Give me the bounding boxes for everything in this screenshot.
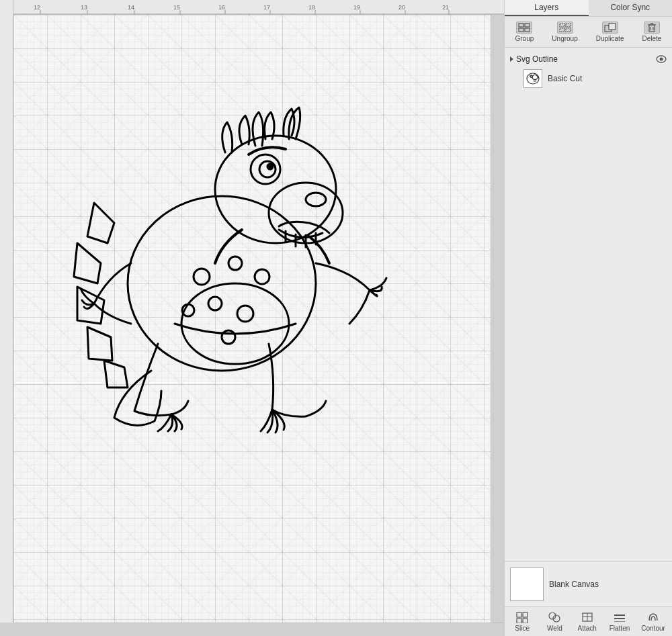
blank-canvas-label: Blank Canvas [549,580,599,589]
delete-label: Delete [642,35,662,42]
group-icon [516,21,532,34]
svg-rect-51 [560,28,564,32]
duplicate-label: Duplicate [596,35,624,42]
svg-rect-55 [649,25,655,32]
svg-marker-25 [87,327,112,361]
group-button[interactable]: Group [511,19,538,44]
expand-triangle-icon [510,56,513,62]
vertical-scrollbar[interactable] [491,15,504,623]
layers-toolbar: Group Ungroup [505,17,672,48]
weld-label: Weld [547,625,562,632]
svg-point-38 [228,257,242,270]
svg-rect-45 [519,24,523,27]
delete-button[interactable]: Delete [638,19,666,44]
svg-point-61 [660,58,663,61]
duplicate-icon [602,21,618,34]
svg-rect-50 [566,24,571,27]
svg-point-37 [194,269,210,285]
ungroup-button[interactable]: Ungroup [548,19,581,44]
ungroup-icon [557,21,573,34]
ungroup-label: Ungroup [552,35,577,42]
svg-text:13: 13 [81,4,87,11]
svg-text:17: 17 [263,4,270,11]
slice-button[interactable]: Slice [509,610,536,633]
svg-rect-47 [519,28,523,32]
svg-text:12: 12 [34,4,40,11]
svg-point-39 [255,269,269,284]
svg-point-29 [306,193,326,206]
svg-point-41 [237,306,253,322]
svg-text:21: 21 [442,4,449,11]
visibility-eye-icon[interactable] [656,55,667,63]
weld-button[interactable]: Weld [541,610,568,633]
svg-marker-22 [87,203,114,243]
svg-point-44 [181,283,289,364]
svg-marker-26 [104,361,128,388]
svg-rect-46 [525,24,530,27]
group-label: Group [515,35,534,42]
tab-layers[interactable]: Layers [505,0,589,16]
bowser-image [27,35,417,451]
svg-point-31 [259,161,276,177]
layer-thumb [523,69,542,88]
svg-point-63 [532,75,538,80]
attach-icon [580,611,595,623]
slice-icon [515,611,530,623]
bottom-toolbar: Slice Weld [505,606,672,636]
horizontal-scrollbar[interactable] [13,623,504,636]
layer-item-label: Basic Cut [548,74,582,83]
main-layout: 12 13 14 15 16 17 18 19 20 21 [0,0,672,636]
duplicate-button[interactable]: Duplicate [592,19,628,44]
contour-icon [646,611,661,623]
layer-group-header[interactable]: Svg Outline [505,52,672,66]
attach-label: Attach [578,625,597,632]
svg-point-40 [208,297,222,310]
svg-point-32 [267,164,273,169]
layer-group-svg-outline: Svg Outline [505,50,672,92]
weld-icon [547,611,562,623]
ruler-left [0,0,13,623]
svg-text:14: 14 [128,4,134,11]
svg-rect-52 [566,28,571,32]
svg-rect-68 [523,619,528,623]
svg-rect-65 [517,612,521,617]
svg-marker-23 [74,243,101,283]
blank-canvas-section: Blank Canvas [505,561,672,606]
attach-button[interactable]: Attach [574,610,601,633]
svg-point-27 [215,136,336,243]
tabs-row: Layers Color Sync [505,0,672,17]
svg-text:15: 15 [173,4,180,11]
layers-content: Svg Outline [505,48,672,561]
flatten-button[interactable]: Flatten [606,610,633,633]
svg-rect-49 [560,24,564,27]
svg-text:18: 18 [308,4,315,11]
svg-text:16: 16 [218,4,225,11]
svg-rect-54 [609,24,616,30]
svg-point-64 [531,76,533,78]
svg-rect-75 [614,618,625,619]
svg-rect-74 [614,615,625,616]
canvas-grid[interactable] [13,15,504,623]
contour-button[interactable]: Contour [638,610,668,633]
canvas-area: 12 13 14 15 16 17 18 19 20 21 [0,0,504,636]
svg-text:20: 20 [398,4,405,11]
svg-rect-67 [517,619,521,623]
flatten-label: Flatten [610,625,630,632]
flatten-icon [612,611,627,623]
contour-label: Contour [641,625,665,632]
blank-canvas-thumbnail [510,567,544,601]
right-panel: Layers Color Sync Group [504,0,672,636]
svg-rect-48 [525,28,530,32]
slice-label: Slice [515,625,530,632]
layer-group-name: Svg Outline [516,54,653,64]
svg-rect-66 [523,612,528,617]
layer-item-basic-cut[interactable]: Basic Cut [505,66,672,91]
tab-color-sync[interactable]: Color Sync [589,0,673,16]
svg-rect-76 [614,621,625,622]
svg-text:19: 19 [353,4,360,11]
ruler-top: 12 13 14 15 16 17 18 19 20 21 [13,0,504,15]
delete-icon [644,21,660,34]
